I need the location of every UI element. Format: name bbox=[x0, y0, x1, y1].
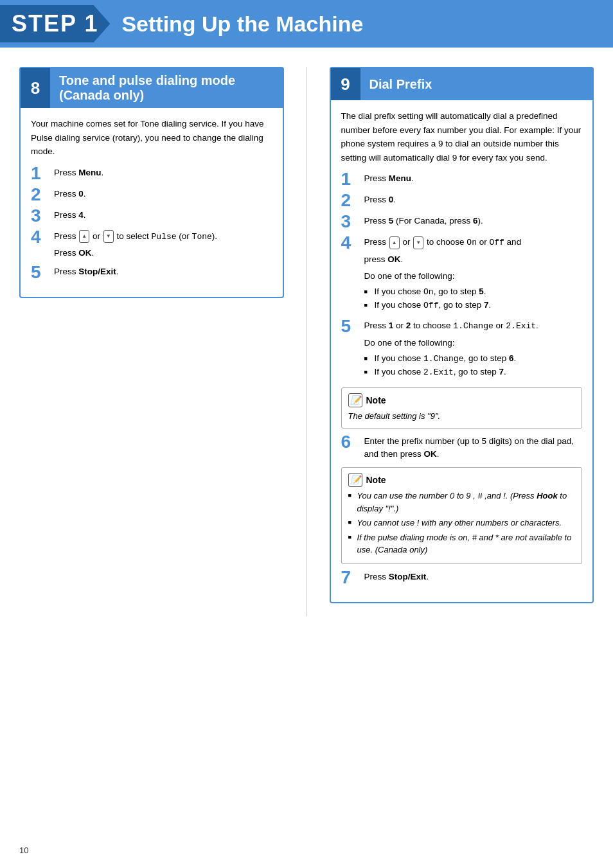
step-num-8-4: 4 bbox=[31, 228, 50, 246]
step-9-4-bullets: If you chose On, go to step 5. If you ch… bbox=[364, 285, 583, 312]
up-arrow-icon-8 bbox=[79, 230, 89, 243]
note-9-1-header: 📝 Note bbox=[348, 393, 576, 407]
step-8-5: 5 Press Stop/Exit. bbox=[31, 265, 272, 281]
note-9-2-list: You can use the number 0 to 9 , # ,and !… bbox=[348, 490, 576, 556]
section-9-box: 9 Dial Prefix The dial prefix setting wi… bbox=[330, 67, 594, 603]
bullet-9-4-1: If you chose On, go to step 5. bbox=[364, 285, 583, 299]
step-num-9-7: 7 bbox=[341, 569, 360, 587]
step-content-8-4: Press or to select Pulse (or Tone). Pres… bbox=[50, 230, 272, 260]
note-9-2-label: Note bbox=[366, 475, 386, 485]
step-label: STEP 1 bbox=[12, 10, 98, 37]
step-9-5: 5 Press 1 or 2 to choose 1.Change or 2.E… bbox=[341, 319, 583, 381]
step-num-9-4: 4 bbox=[341, 234, 360, 252]
down-arrow-icon-8 bbox=[103, 230, 114, 243]
step-content-8-5: Press Stop/Exit. bbox=[50, 265, 272, 278]
note-9-2: 📝 Note You can use the number 0 to 9 , #… bbox=[341, 467, 583, 564]
column-divider bbox=[306, 67, 307, 616]
note-9-2-body: You can use the number 0 to 9 , # ,and !… bbox=[348, 490, 576, 556]
step-9-6: 6 Enter the prefix number (up to 5 digit… bbox=[341, 435, 583, 461]
step-content-9-3: Press 5 (For Canada, press 6). bbox=[360, 215, 583, 227]
bullet-9-4-2: If you chose Off, go to step 7. bbox=[364, 299, 583, 312]
page-header: STEP 1 Setting Up the Machine bbox=[0, 0, 613, 48]
step-9-1: 1 Press Menu. bbox=[341, 172, 583, 188]
step-content-9-1: Press Menu. bbox=[360, 172, 583, 185]
page-number: 10 bbox=[19, 846, 28, 855]
step-8-1: 1 Press Menu. bbox=[31, 166, 272, 182]
note-9-1-label: Note bbox=[366, 395, 386, 405]
bullet-9-5-2: If you chose 2.Exit, go to step 7. bbox=[364, 366, 583, 379]
step-num-9-2: 2 bbox=[341, 191, 360, 209]
step-content-9-7: Press Stop/Exit. bbox=[360, 571, 583, 583]
note-icon-1: 📝 bbox=[348, 393, 362, 407]
step-num-8-3: 3 bbox=[31, 207, 50, 225]
section-9-title: Dial Prefix bbox=[360, 68, 441, 100]
section-9-desc: The dial prefix setting will automatical… bbox=[341, 109, 583, 164]
section-8-body: Your machine comes set for Tone dialing … bbox=[21, 108, 283, 297]
step-8-2: 2 Press 0. bbox=[31, 188, 272, 204]
note-icon-2: 📝 bbox=[348, 473, 362, 487]
page-title: Setting Up the Machine bbox=[121, 12, 363, 37]
step-content-9-4: Press or to choose On or Off and press O… bbox=[360, 236, 583, 314]
step-num-8-2: 2 bbox=[31, 186, 50, 204]
step-num-8-5: 5 bbox=[31, 263, 50, 281]
step-content-8-3: Press 4. bbox=[50, 209, 272, 222]
note-9-1-text: The default setting is "9". bbox=[348, 411, 441, 421]
section-8-title: Tone and pulse dialing mode (Canada only… bbox=[50, 68, 283, 108]
up-arrow-icon-9-4 bbox=[389, 236, 400, 249]
note-9-1-body: The default setting is "9". bbox=[348, 410, 576, 423]
col-left: 8 Tone and pulse dialing mode (Canada on… bbox=[19, 67, 284, 616]
step-num-8-1: 1 bbox=[31, 164, 50, 182]
step-8-3: 3 Press 4. bbox=[31, 209, 272, 225]
note-9-2-header: 📝 Note bbox=[348, 473, 576, 487]
step-num-9-5: 5 bbox=[341, 317, 360, 335]
step-content-8-1: Press Menu. bbox=[50, 166, 272, 179]
step-num-9-6: 6 bbox=[341, 433, 360, 451]
step-9-4: 4 Press or to choose On or Off and press… bbox=[341, 236, 583, 314]
col-right: 9 Dial Prefix The dial prefix setting wi… bbox=[330, 67, 594, 616]
section-8-header: 8 Tone and pulse dialing mode (Canada on… bbox=[21, 68, 283, 108]
down-arrow-icon-9-4 bbox=[413, 236, 423, 249]
note-9-2-item-3: If the pulse dialing mode is on, # and *… bbox=[348, 531, 576, 556]
step-content-9-6: Enter the prefix number (up to 5 digits)… bbox=[360, 435, 583, 461]
note-9-2-item-2: You cannot use ! with any other numbers … bbox=[348, 517, 576, 529]
page-body: 8 Tone and pulse dialing mode (Canada on… bbox=[0, 48, 613, 635]
bullet-9-5-1: If you chose 1.Change, go to step 6. bbox=[364, 352, 583, 366]
step-9-3: 3 Press 5 (For Canada, press 6). bbox=[341, 215, 583, 231]
step-content-9-2: Press 0. bbox=[360, 193, 583, 206]
step-9-7: 7 Press Stop/Exit. bbox=[341, 571, 583, 587]
step-8-4: 4 Press or to select Pulse (or Tone). Pr… bbox=[31, 230, 272, 260]
section-9-body: The dial prefix setting will automatical… bbox=[331, 100, 593, 602]
step-num-9-1: 1 bbox=[341, 170, 360, 188]
section-8-desc: Your machine comes set for Tone dialing … bbox=[31, 117, 272, 159]
note-9-2-item-1: You can use the number 0 to 9 , # ,and !… bbox=[348, 490, 576, 515]
step-9-2: 2 Press 0. bbox=[341, 193, 583, 209]
section-8-box: 8 Tone and pulse dialing mode (Canada on… bbox=[19, 67, 284, 298]
section-8-number: 8 bbox=[21, 68, 50, 108]
step-num-9-3: 3 bbox=[341, 213, 360, 231]
section-9-header: 9 Dial Prefix bbox=[331, 68, 593, 100]
note-9-1: 📝 Note The default setting is "9". bbox=[341, 387, 583, 429]
step-9-5-bullets: If you chose 1.Change, go to step 6. If … bbox=[364, 352, 583, 378]
step-content-9-5: Press 1 or 2 to choose 1.Change or 2.Exi… bbox=[360, 319, 583, 381]
section-9-number: 9 bbox=[331, 68, 360, 100]
step-content-8-2: Press 0. bbox=[50, 188, 272, 200]
step-badge: STEP 1 bbox=[0, 5, 110, 42]
